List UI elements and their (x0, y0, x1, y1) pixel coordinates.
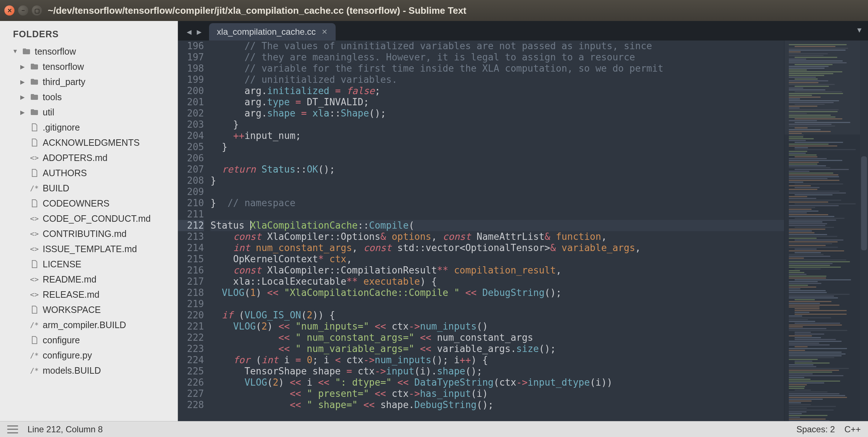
file-icon (30, 259, 39, 269)
file-icon (30, 305, 39, 314)
line-number: 216 (178, 265, 204, 276)
nav-forward-icon[interactable]: ► (195, 27, 203, 37)
tree-item-label: LICENSE (43, 259, 81, 270)
line-number: 207 (178, 164, 204, 175)
tree-file[interactable]: WORKSPACE (0, 302, 178, 317)
menu-icon[interactable] (7, 425, 18, 433)
sidebar: FOLDERS ▼tensorflow▶tensorflow▶third_par… (0, 21, 178, 421)
tree-file[interactable]: /*configure.py (0, 348, 178, 363)
tree-file[interactable]: .gitignore (0, 120, 178, 135)
disclosure-icon: ▶ (20, 109, 26, 116)
tree-file[interactable]: /*arm_compiler.BUILD (0, 317, 178, 332)
tree-file[interactable]: <>ISSUE_TEMPLATE.md (0, 241, 178, 256)
disclosure-icon: ▶ (20, 79, 26, 85)
code-content[interactable]: // The values of uninitialized variables… (209, 41, 784, 421)
tree-folder[interactable]: ▶util (0, 105, 178, 120)
line-number-gutter: 1961971981992002012022032042052062072082… (178, 41, 209, 421)
minimap-viewport[interactable] (784, 41, 860, 135)
code-line: const XlaCompiler::CompilationResult** c… (210, 265, 784, 276)
tree-item-label: ISSUE_TEMPLATE.md (43, 244, 137, 254)
tree-file[interactable]: LICENSE (0, 256, 178, 272)
code-area: 1961971981992002012022032042052062072082… (178, 41, 868, 421)
tree-file[interactable]: <>CONTRIBUTING.md (0, 226, 178, 241)
tab-close-icon[interactable]: ✕ (322, 27, 328, 36)
tree-file[interactable]: CODEOWNERS (0, 196, 178, 211)
line-number: 220 (178, 310, 204, 321)
tab-active[interactable]: xla_compilation_cache.cc ✕ (209, 23, 336, 41)
line-number: 226 (178, 377, 204, 388)
tree-item-label: arm_compiler.BUILD (43, 320, 126, 330)
code-line: } // namespace (210, 198, 784, 209)
tree-item-label: util (43, 107, 54, 118)
line-number: 227 (178, 388, 204, 399)
file-icon: <> (30, 153, 39, 162)
tree-file[interactable]: <>ADOPTERS.md (0, 150, 178, 165)
code-line: int num_constant_args, const std::vector… (210, 242, 784, 254)
window-title: ~/dev/tensorflow/tensorflow/compiler/jit… (48, 5, 467, 16)
tree-folder[interactable]: ▶tools (0, 89, 178, 105)
line-number: 210 (178, 198, 204, 209)
tree-file[interactable]: ACKNOWLEDGMENTS (0, 135, 178, 150)
code-line: xla::LocalExecutable** executable) { (210, 276, 784, 287)
maximize-icon[interactable]: ▢ (32, 5, 42, 16)
status-indentation[interactable]: Spaces: 2 (796, 424, 835, 434)
tab-label: xla_compilation_cache.cc (217, 27, 316, 37)
code-line: arg.initialized = false; (210, 85, 784, 97)
tree-folder[interactable]: ▶third_party (0, 74, 178, 89)
disclosure-icon: ▶ (20, 94, 26, 101)
tree-file[interactable]: configure (0, 332, 178, 348)
tree-folder[interactable]: ▶tensorflow (0, 59, 178, 74)
line-number: 205 (178, 141, 204, 153)
line-number: 215 (178, 254, 204, 265)
code-line: const XlaCompiler::Options& options, con… (210, 231, 784, 242)
code-line: arg.shape = xla::Shape(); (210, 108, 784, 119)
file-icon (30, 335, 39, 345)
tab-menu-icon[interactable]: ▼ (856, 26, 863, 34)
scroll-thumb[interactable] (861, 156, 867, 250)
code-line (210, 186, 784, 198)
tree-file[interactable]: <>README.md (0, 272, 178, 287)
line-number: 206 (178, 153, 204, 164)
code-line: << " present=" << ctx->has_input(i) (210, 388, 784, 399)
file-icon: /* (30, 183, 39, 193)
tree-folder[interactable]: ▼tensorflow (0, 44, 178, 59)
tree-item-label: ACKNOWLEDGMENTS (43, 137, 140, 148)
close-icon[interactable]: ✕ (4, 5, 14, 16)
tree-file[interactable]: /*models.BUILD (0, 363, 178, 378)
line-number: 211 (178, 209, 204, 220)
tree-item-label: models.BUILD (43, 365, 101, 376)
tree-file[interactable]: AUTHORS (0, 165, 178, 181)
sidebar-header: FOLDERS (0, 21, 178, 44)
disclosure-icon: ▶ (20, 63, 26, 70)
disclosure-icon: ▼ (12, 48, 18, 55)
code-line: TensorShape shape = ctx->input(i).shape(… (210, 366, 784, 377)
tab-history-nav: ◄ ► (181, 27, 209, 41)
code-line: Status XlaCompilationCache::Compile( (210, 220, 784, 231)
file-icon (30, 199, 39, 208)
line-number: 197 (178, 52, 204, 63)
status-syntax[interactable]: C++ (844, 424, 861, 434)
minimize-icon[interactable]: – (18, 5, 28, 16)
status-position[interactable]: Line 212, Column 8 (27, 424, 103, 434)
code-line: << " num_constant_args=" << num_constant… (210, 332, 784, 343)
tree-file[interactable]: <>CODE_OF_CONDUCT.md (0, 211, 178, 226)
code-line: VLOG(2) << i << ": dtype=" << DataTypeSt… (210, 377, 784, 388)
nav-back-icon[interactable]: ◄ (185, 27, 193, 37)
line-number: 222 (178, 332, 204, 343)
file-icon (30, 138, 39, 147)
tree-item-label: WORKSPACE (43, 305, 101, 315)
file-icon: <> (30, 244, 39, 254)
line-number: 199 (178, 74, 204, 85)
file-icon: /* (30, 320, 39, 330)
tree-file[interactable]: /*BUILD (0, 181, 178, 196)
file-icon: <> (30, 290, 39, 299)
minimap[interactable] (784, 41, 860, 421)
file-icon: <> (30, 214, 39, 223)
vertical-scrollbar[interactable] (860, 41, 868, 421)
tree-item-label: tools (43, 92, 62, 102)
tree-file[interactable]: <>RELEASE.md (0, 287, 178, 302)
code-line: << " num_variable_args=" << variable_arg… (210, 343, 784, 355)
line-number: 203 (178, 119, 204, 130)
tree-item-label: CONTRIBUTING.md (43, 229, 127, 239)
code-line: for (int i = 0; i < ctx->num_inputs(); i… (210, 355, 784, 366)
